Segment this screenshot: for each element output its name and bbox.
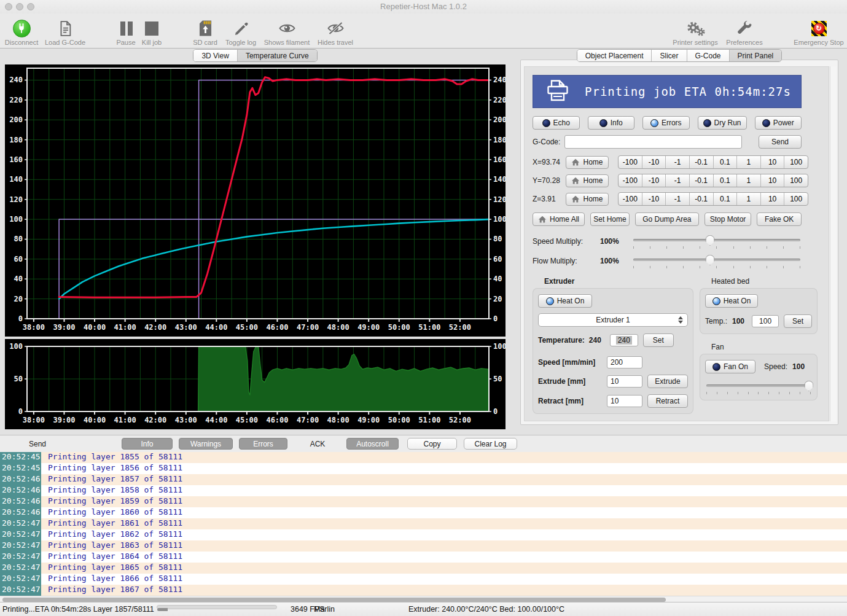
scrollbar-thumb[interactable] — [2, 598, 666, 602]
jog-y-0-1[interactable]: 0.1 — [713, 174, 737, 187]
jog-z-100[interactable]: 100 — [784, 193, 808, 205]
extruder-title: Extruder — [544, 277, 693, 286]
printer-settings-button[interactable]: Printer settings — [668, 17, 722, 46]
bed-set-button[interactable]: Set — [784, 314, 812, 328]
slider-thumb[interactable] — [705, 235, 714, 246]
log-filter-info[interactable]: Info — [122, 438, 173, 450]
home-y-button[interactable]: Home — [566, 174, 609, 187]
heater-output-chart: 38:0039:0040:0041:0042:0043:0044:0045:00… — [5, 339, 505, 429]
svg-text:220: 220 — [493, 96, 505, 104]
toggle-info[interactable]: Info — [588, 116, 635, 130]
hides-travel-button[interactable]: Hides travel — [313, 17, 357, 46]
toggle-dry-run[interactable]: Dry Run — [698, 116, 747, 130]
jog-z--100[interactable]: -100 — [619, 193, 642, 205]
extruder-select[interactable]: Extruder 1 — [538, 313, 688, 327]
log-clear-button[interactable]: Clear Log — [464, 438, 517, 450]
svg-text:0: 0 — [493, 314, 498, 323]
log-autoscroll-button[interactable]: Autoscroll — [346, 438, 399, 450]
jog-x-10[interactable]: 10 — [760, 156, 784, 168]
toggle-power[interactable]: Power — [755, 116, 802, 130]
toggle-echo[interactable]: Echo — [533, 116, 580, 130]
toggle-log-button[interactable]: Toggle log — [222, 17, 260, 46]
tab-g-code[interactable]: G-Code — [687, 50, 729, 61]
load-gcode-button[interactable]: Load G-Code — [41, 17, 90, 46]
preferences-button[interactable]: Preferences — [723, 17, 766, 46]
extruder-speed-input[interactable]: 200 — [607, 356, 642, 368]
jog-z--10[interactable]: -10 — [642, 193, 666, 205]
log-send-label[interactable]: Send — [22, 440, 53, 448]
slider-thumb[interactable] — [705, 255, 714, 265]
log-message: Printing layer 1858 of 58111 — [41, 485, 182, 496]
jog-y--1[interactable]: -1 — [665, 174, 689, 187]
stop-motor-button[interactable]: Stop Motor — [705, 212, 752, 226]
log-row: 20:52:46Printing layer 1859 of 58111 — [0, 496, 847, 507]
slider-thumb[interactable] — [804, 381, 813, 391]
tab-print-panel[interactable]: Print Panel — [729, 50, 782, 61]
speed-multiply-slider[interactable] — [632, 234, 802, 249]
gcode-input[interactable] — [564, 135, 742, 149]
tab-object-placement[interactable]: Object Placement — [577, 50, 652, 61]
wrench-icon — [736, 19, 752, 37]
sd-card-button[interactable]: SD card — [189, 17, 222, 46]
action-button-row: Home AllSet HomeGo Dump AreaStop MotorFa… — [533, 212, 802, 226]
shows-filament-button[interactable]: Shows filament — [260, 17, 314, 46]
extrude-length-label: Extrude [mm] — [538, 377, 607, 386]
extruder-heat-button[interactable]: Heat On — [538, 294, 592, 308]
jog-x-100[interactable]: 100 — [784, 156, 808, 168]
jog-y--100[interactable]: -100 — [619, 174, 642, 187]
log-filter-errors[interactable]: Errors — [239, 438, 287, 450]
status-print-progress-text: Printing...ETA 0h:54m:28s Layer 1857/581… — [2, 605, 154, 614]
fake-ok-button[interactable]: Fake OK — [757, 212, 802, 226]
jog-x--1[interactable]: -1 — [665, 156, 689, 168]
emergency-stop-button[interactable]: ↻ Emergency Stop — [792, 17, 845, 46]
jog-z-0-1[interactable]: 0.1 — [713, 193, 737, 205]
jog-x--10[interactable]: -10 — [642, 156, 666, 168]
jog-row-x: X=93.74Home-100-10-1-0.10.1110100 — [533, 155, 808, 169]
jog-z--0-1[interactable]: -0.1 — [689, 193, 713, 205]
log-copy-button[interactable]: Copy — [407, 438, 457, 450]
jog-z-10[interactable]: 10 — [760, 193, 784, 205]
jog-x-0-1[interactable]: 0.1 — [713, 156, 737, 168]
flow-multiply-slider[interactable] — [632, 254, 802, 268]
extruder-temp-input[interactable]: 240 — [610, 334, 638, 346]
home-x-button[interactable]: Home — [566, 156, 609, 169]
jog-y-1[interactable]: 1 — [736, 174, 760, 187]
bed-temp-input[interactable]: 100 — [752, 315, 779, 327]
go-dump-area-button[interactable]: Go Dump Area — [635, 212, 699, 226]
retract-length-input[interactable]: 10 — [607, 395, 642, 407]
jog-y--10[interactable]: -10 — [642, 174, 666, 187]
jog-x--0-1[interactable]: -0.1 — [689, 156, 713, 168]
extrude-button[interactable]: Extrude — [647, 375, 688, 388]
toggle-errors[interactable]: Errors — [642, 116, 690, 130]
bed-heat-button[interactable]: Heat On — [705, 294, 758, 308]
home-z-button[interactable]: Home — [566, 193, 609, 206]
jog-z--1[interactable]: -1 — [665, 193, 689, 205]
extruder-set-button[interactable]: Set — [643, 333, 674, 347]
kill-job-button[interactable]: Kill job — [138, 17, 166, 46]
jog-y--0-1[interactable]: -0.1 — [689, 174, 713, 187]
speed-multiply-label: Speed Multiply: — [533, 237, 600, 246]
retract-button[interactable]: Retract — [647, 394, 688, 408]
control-column: Object PlacementSlicerG-CodePrint Panel … — [519, 49, 840, 425]
panel-tabs: Object PlacementSlicerG-CodePrint Panel — [519, 49, 840, 62]
tab-temperature-curve[interactable]: Temperature Curve — [237, 50, 317, 61]
home-all-button[interactable]: Home All — [533, 212, 585, 226]
panel-scrollbar[interactable] — [830, 66, 837, 421]
pause-button[interactable]: Pause — [113, 17, 139, 46]
log-filter-warnings[interactable]: Warnings — [179, 438, 233, 450]
jog-z-1[interactable]: 1 — [736, 193, 760, 205]
fan-speed-slider[interactable] — [705, 380, 812, 394]
extrude-length-input[interactable]: 10 — [607, 375, 642, 388]
gcode-send-button[interactable]: Send — [759, 135, 802, 149]
jog-y-100[interactable]: 100 — [784, 174, 808, 187]
fan-on-button[interactable]: Fan On — [705, 360, 755, 373]
tab-3d-view[interactable]: 3D View — [193, 50, 236, 61]
disconnect-button[interactable]: Disconnect — [3, 17, 40, 46]
jog-x--100[interactable]: -100 — [619, 156, 642, 168]
log-ack-label[interactable]: ACK — [303, 440, 332, 448]
jog-x-1[interactable]: 1 — [736, 156, 760, 168]
jog-y-10[interactable]: 10 — [760, 174, 784, 187]
tab-slicer[interactable]: Slicer — [651, 50, 686, 61]
gcode-row: G-Code: Send — [533, 135, 802, 149]
set-home-button[interactable]: Set Home — [590, 212, 630, 226]
